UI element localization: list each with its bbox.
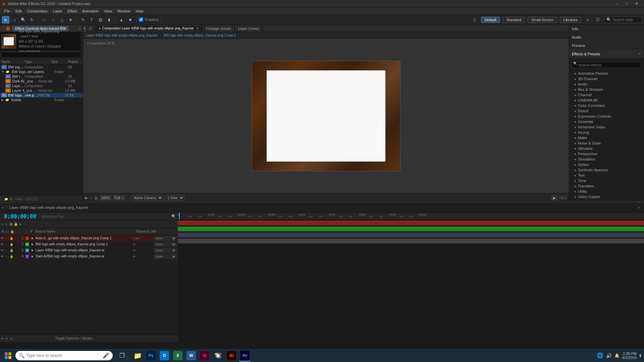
panel-options[interactable]: ☷ (594, 16, 601, 23)
voice-search-icon[interactable]: 🎤 (103, 352, 109, 359)
layer-4-parent[interactable]: None (153, 254, 177, 259)
show-desktop-btn[interactable]: ▮ (639, 353, 641, 358)
project-item-bwlogo-g[interactable]: C BW logo..g_Kaycee Composition 29 (0, 65, 83, 69)
project-new-comp[interactable]: □ (1, 197, 3, 201)
fx-color-correction[interactable]: ▶ Color Correction (572, 103, 641, 108)
search-help-input[interactable] (613, 18, 640, 22)
fx-cinema4d[interactable]: ▶ CINEMA 4D (572, 98, 641, 103)
menu-window[interactable]: Window (115, 8, 133, 14)
fx-animation-presets[interactable]: ▶ Animation Presets (572, 71, 641, 76)
menu-help[interactable]: Help (133, 8, 146, 14)
taskbar-app-word[interactable]: W (185, 350, 197, 362)
fx-channel[interactable]: ▶ Channel (572, 92, 641, 98)
project-item-bwlogo-comp1[interactable]: C BW logo..mp 1 Composition 29 (0, 74, 83, 79)
fx-immersive-video[interactable]: ▶ Immersive Video (572, 124, 641, 130)
tl-parent-link[interactable]: ⇨ (1, 222, 4, 226)
taskbar-app-chrome[interactable] (212, 350, 224, 362)
effects-search-input[interactable] (572, 62, 641, 68)
rotate-tool[interactable]: ↻ (28, 16, 36, 23)
layer-1-solo[interactable]: ○ (7, 237, 9, 240)
project-item-layer4-ycee[interactable]: C Layer 4_ycee Composition 29 (0, 83, 83, 88)
fx-utility[interactable]: ▶ Utility (572, 189, 641, 194)
zoom-tool[interactable]: 🔍 (19, 16, 27, 23)
taskbar-app-illustrator[interactable]: Ai (225, 350, 237, 362)
menu-effect[interactable]: Effect (65, 8, 79, 14)
layer-2-lock[interactable]: 🔒 (10, 243, 13, 246)
project-search-input[interactable] (1, 52, 82, 58)
roto-brush[interactable]: ■ (126, 16, 134, 23)
layer-3-sw1[interactable]: ■ (133, 249, 135, 252)
tl-menu[interactable]: » (636, 204, 642, 210)
fx-video-copilot[interactable]: ▶ Video Copilot (572, 194, 641, 199)
layer-3-parent[interactable]: None (153, 248, 177, 253)
layer-row-2[interactable]: 👁 ♬ ○ 🔒 2 ■ BW logo with empty ellipse_K… (0, 241, 177, 247)
layer-1-fx[interactable]: fx (133, 237, 136, 240)
layer-2-audio[interactable]: ♬ (4, 243, 7, 246)
project-item-solids[interactable]: ▶ 📁 Solids Folder (0, 98, 83, 102)
resolution-btn[interactable]: Full ▼ (113, 195, 125, 200)
taskbar-app-outlook[interactable]: O (158, 350, 170, 362)
menu-composition[interactable]: Composition (24, 8, 50, 14)
workspace-small-screen[interactable]: Small Screen (528, 17, 557, 23)
fx-perspective[interactable]: ▶ Perspective (572, 151, 641, 157)
menu-edit[interactable]: Edit (13, 8, 24, 14)
layer-4-solo[interactable]: ○ (7, 255, 9, 258)
layer-2-sw2[interactable]: / (135, 243, 136, 246)
timecode-display[interactable]: 0;00;00;00 (1, 213, 39, 220)
taskbar-app-photoshop[interactable]: Ps (145, 350, 157, 362)
info-section-header[interactable]: Info (569, 25, 644, 33)
more-workspaces[interactable]: 〈〈 (471, 16, 478, 23)
menu-layer[interactable]: Layer (50, 8, 65, 14)
toggle-switches-modes[interactable]: Toggle Switches / Modes (55, 337, 92, 340)
fx-audio[interactable]: ▶ Audio (572, 81, 641, 87)
project-item-bwlogo-png[interactable]: P BW logo...cee.png PNG file 16 KB (0, 93, 83, 98)
layer-1-sw2[interactable]: ■ (136, 237, 138, 240)
viewer-transparency-grid[interactable]: ▥ (95, 196, 98, 200)
menu-view[interactable]: View (101, 8, 115, 14)
brush-tool[interactable]: ▧ (97, 16, 104, 23)
layer-row-4[interactable]: 👁 ♬ ○ 🔒 4 ■ Dark AI/BW logo with empty e… (0, 253, 177, 259)
hand-tool[interactable]: ☼ (11, 16, 18, 23)
layer-4-eye[interactable]: 👁 (1, 255, 4, 258)
fx-synthetic-aperture[interactable]: ▶ Synthetic Aperture (572, 167, 641, 173)
breadcrumb-item1[interactable]: Layer 4/BW logo with empty ellipse png_K… (86, 34, 158, 37)
layer-1-parent[interactable]: None (153, 236, 177, 241)
panel-menu[interactable]: » (79, 26, 81, 31)
viewer-always-preview[interactable]: ▶ (85, 196, 88, 200)
layer-2-parent[interactable]: None (153, 242, 177, 247)
taskbar-search-input[interactable] (26, 353, 101, 358)
layer-4-sw2[interactable]: / (135, 255, 136, 258)
layer-1-eye[interactable]: 👁 (1, 237, 4, 240)
layer-2-sw1[interactable]: ■ (133, 243, 135, 246)
fx-time[interactable]: ▶ Time (572, 178, 641, 183)
layer-4-lock[interactable]: 🔒 (10, 255, 13, 258)
menu-animation[interactable]: Animation (79, 8, 101, 14)
tl-add-keyframe[interactable]: ◇ (5, 222, 8, 226)
snapping-checkbox[interactable] (139, 17, 143, 22)
taskbar-app-indesign[interactable]: Id (199, 350, 211, 362)
ellipse-tool[interactable]: ○ (49, 16, 57, 23)
tl-bottom-icon3[interactable]: ■ (10, 337, 12, 340)
playhead[interactable] (179, 213, 180, 220)
puppet-tool[interactable]: ▲ (118, 16, 125, 23)
fx-simulation[interactable]: ▶ Simulation (572, 157, 641, 162)
layer-4-sw1[interactable]: ■ (133, 255, 135, 258)
fx-noise-grain[interactable]: ▶ Noise & Grain (572, 140, 641, 146)
taskbar-app-explorer[interactable]: 📁 (131, 350, 144, 362)
workspace-default[interactable]: Default (481, 17, 500, 23)
taskbar-app-excel[interactable]: X (172, 350, 184, 362)
tl-bottom-icon1[interactable]: ■ (1, 337, 3, 340)
maximize-button[interactable]: □ (622, 0, 631, 7)
tab-footage[interactable]: Footage (none) (203, 26, 235, 31)
audio-section-header[interactable]: Audio (569, 33, 644, 41)
fx-obsolete[interactable]: ▶ Obsolete (572, 146, 641, 151)
project-item-bwlogo-layers[interactable]: ▼ 📁 BW logo..ee Layers Folder (0, 69, 83, 74)
fx-keying[interactable]: ▶ Keying (572, 130, 641, 135)
close-button[interactable]: ✕ (632, 0, 641, 7)
layer-3-audio[interactable]: ♬ (4, 249, 7, 252)
taskbar-taskview[interactable]: ❐ (116, 350, 128, 362)
tl-lock[interactable]: 🔒 (14, 222, 18, 226)
layer-row-3[interactable]: 👁 ♬ ○ 🔒 3 ■ Layer 4/BW logo with empty e… (0, 247, 177, 253)
layer-3-lock[interactable]: 🔒 (10, 249, 13, 252)
render-btn[interactable]: ▶ (551, 195, 557, 200)
